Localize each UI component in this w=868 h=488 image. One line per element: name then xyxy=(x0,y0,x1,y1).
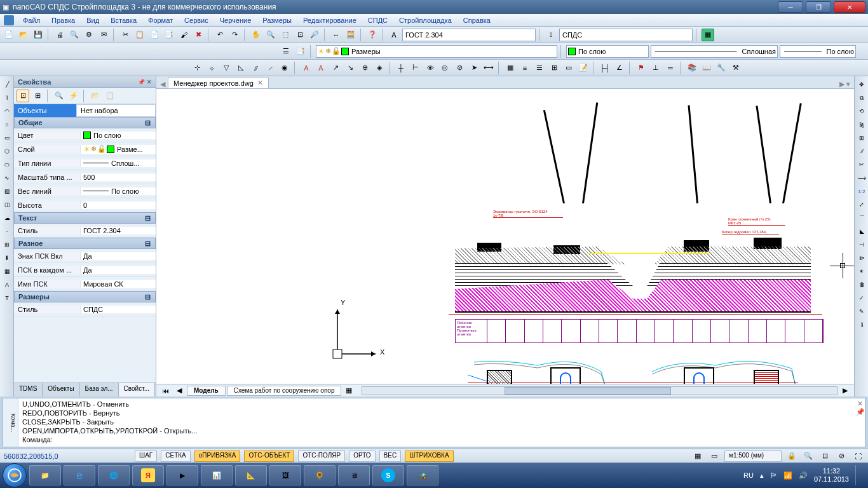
level-icon[interactable]: ▽ xyxy=(220,62,233,74)
cut-icon[interactable]: ✂ xyxy=(119,29,132,41)
task-app4[interactable]: 🖥 xyxy=(338,465,370,485)
pline-icon[interactable]: ⌇ xyxy=(1,92,13,104)
offset-icon[interactable]: ⫽ xyxy=(856,146,867,157)
minimize-button[interactable]: ─ xyxy=(778,1,803,13)
status-zoom-icon[interactable]: 🔍 xyxy=(802,450,815,463)
scale-half-icon[interactable]: 1:2 xyxy=(856,186,867,197)
menu-insert[interactable]: Вставка xyxy=(105,15,142,25)
rotate-icon[interactable]: ⟲ xyxy=(856,105,867,117)
status-paper-icon[interactable]: ▭ xyxy=(708,450,721,463)
prop-ucseach-value[interactable]: Да xyxy=(81,266,156,274)
paste-icon[interactable]: 📄 xyxy=(148,29,161,41)
view-icon[interactable]: 👁 xyxy=(424,62,437,74)
detail-icon[interactable]: ◎ xyxy=(438,62,451,74)
close-button[interactable]: ✕ xyxy=(834,1,865,13)
circle-icon[interactable]: ○ xyxy=(1,119,13,130)
horizontal-scrollbar[interactable] xyxy=(362,386,837,395)
zoom-prev-icon[interactable]: 🔎 xyxy=(308,29,321,41)
flag-icon[interactable]: ⚑ xyxy=(635,62,648,74)
axis-icon[interactable]: ⊹ xyxy=(191,62,203,74)
text-b-icon[interactable]: A xyxy=(315,62,327,74)
task-chrome[interactable]: 🌐 xyxy=(98,465,130,485)
tray-flag-icon[interactable]: 🏳 xyxy=(770,471,777,479)
etransmit-icon[interactable]: ✉ xyxy=(97,29,110,41)
layout-nav-first-icon[interactable]: ⏮ xyxy=(159,384,172,397)
dim-ang-icon[interactable]: ∠ xyxy=(613,62,626,74)
objects-label[interactable]: Объекты xyxy=(14,104,76,117)
help-icon[interactable]: ❓ xyxy=(366,29,379,41)
chamfer-icon[interactable]: ◣ xyxy=(856,226,867,237)
document-tab[interactable]: Менеджер проектов.dwg ✕ xyxy=(168,77,269,88)
prop-ucsname-value[interactable]: Мировая СК xyxy=(81,280,156,288)
print-icon[interactable]: 🖨 xyxy=(53,29,66,41)
plus-icon[interactable]: ┼ xyxy=(395,62,407,74)
prop-lineweight-value[interactable]: По слою xyxy=(81,187,156,195)
point-icon[interactable]: · xyxy=(1,226,13,237)
start-button[interactable] xyxy=(3,463,27,487)
status-fullscreen-icon[interactable]: ⛶ xyxy=(851,450,864,463)
color-combo[interactable]: По слою xyxy=(566,45,649,58)
explode-icon[interactable]: ✴ xyxy=(856,266,867,277)
array-icon[interactable]: ⊞ xyxy=(856,132,867,144)
hole-icon[interactable]: ⊘ xyxy=(453,62,466,74)
props-tab-tdms[interactable]: TDMS xyxy=(14,383,43,396)
tray-volume-icon[interactable]: 🔊 xyxy=(799,471,808,480)
status-grid[interactable]: СЕТКА xyxy=(161,451,191,462)
menu-site[interactable]: Стройплощадка xyxy=(394,15,457,25)
axis-arr-icon[interactable]: ⟐ xyxy=(205,62,218,74)
format-icon[interactable]: ⊞ xyxy=(548,62,560,74)
line-icon[interactable]: ╱ xyxy=(1,79,13,90)
command-prompt[interactable]: Команда: xyxy=(22,435,851,444)
mark-icon[interactable]: ◈ xyxy=(373,62,386,74)
task-nanocad[interactable]: 🚜 xyxy=(407,465,438,485)
status-ortho[interactable]: ОРТО xyxy=(349,451,375,462)
mtext-icon[interactable]: A xyxy=(1,279,13,290)
prop-color-value[interactable]: По слою xyxy=(81,132,156,139)
lib2-icon[interactable]: 📖 xyxy=(700,62,713,74)
status-osnap[interactable]: оПРИВЯЗКА xyxy=(194,451,241,462)
lib3-icon[interactable]: 🔧 xyxy=(715,62,728,74)
prop-grid-icon[interactable]: ⊞ xyxy=(31,90,44,102)
task-ie[interactable]: e xyxy=(64,465,95,485)
wall-icon[interactable]: ═ xyxy=(664,62,677,74)
stamp-icon[interactable]: ▭ xyxy=(562,62,575,74)
prop-ucsicon-value[interactable]: Да xyxy=(81,252,156,260)
lineweight-combo[interactable]: По слою xyxy=(780,45,856,58)
layer-states-icon[interactable]: 📑 xyxy=(294,45,307,58)
hatch-icon[interactable]: ▨ xyxy=(1,186,13,197)
dim-lin-icon[interactable]: ├┤ xyxy=(599,62,611,74)
block-icon[interactable]: ⊞ xyxy=(1,239,13,250)
prop-height-value[interactable]: 0 xyxy=(81,201,156,209)
prop-filter-icon[interactable]: 🔍 xyxy=(53,90,65,102)
status-hatch[interactable]: ШТРИХОВКА xyxy=(405,451,453,462)
show-desktop[interactable] xyxy=(855,465,860,485)
pin-icon[interactable]: 📌 ✕ xyxy=(138,79,152,85)
command-window[interactable]: Кома... U,UNDO,ОТМЕНИТЬ - Отменить REDO,… xyxy=(3,398,865,447)
section-dims[interactable]: Размеры⊟ xyxy=(14,291,156,302)
tray-network-icon[interactable]: 📶 xyxy=(783,471,792,480)
prop-dimstyle-value[interactable]: СПДС xyxy=(81,306,156,313)
prop-paste-icon[interactable]: 📋 xyxy=(104,90,116,102)
matchprop-icon[interactable]: 🖌 xyxy=(177,29,190,41)
layer-combo[interactable]: ☀❄🔓 Размеры xyxy=(316,45,557,58)
layer-props-icon[interactable]: ☰ xyxy=(280,45,292,58)
status-scale[interactable]: м1:500 (мм) xyxy=(724,451,782,462)
menu-draw[interactable]: Черчение xyxy=(215,15,257,25)
trim-icon[interactable]: ✂ xyxy=(856,159,867,170)
weld-icon[interactable]: ⟋ xyxy=(264,62,276,74)
status-clean-icon[interactable]: ⊘ xyxy=(835,450,848,463)
section-misc[interactable]: Разное⊟ xyxy=(14,238,156,249)
menu-service[interactable]: Сервис xyxy=(179,15,214,25)
spec2-icon[interactable]: ☰ xyxy=(533,62,546,74)
status-iso-icon[interactable]: ⊡ xyxy=(818,450,831,463)
layout-tab-1[interactable]: Схема работ по сооружению опор xyxy=(227,386,342,396)
prop-textstyle-value[interactable]: ГОСТ 2.304 xyxy=(81,227,156,234)
lib4-icon[interactable]: ⚒ xyxy=(729,62,742,74)
edit-icon[interactable]: ✎ xyxy=(856,306,867,317)
lib-icon[interactable]: 📚 xyxy=(686,62,698,74)
pan-icon[interactable]: ✋ xyxy=(250,29,262,41)
join-icon[interactable]: ⧐ xyxy=(856,252,867,264)
new-icon[interactable]: 📄 xyxy=(3,29,15,41)
ellipse-icon[interactable]: ⬭ xyxy=(1,159,13,170)
region-icon[interactable]: ◫ xyxy=(1,199,13,210)
